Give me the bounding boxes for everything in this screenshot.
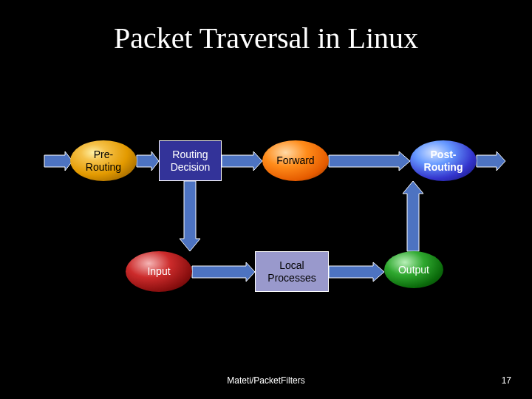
svg-marker-2 — [222, 151, 262, 171]
svg-marker-7 — [329, 262, 384, 282]
svg-marker-0 — [44, 151, 72, 171]
node-label: Output — [398, 264, 429, 276]
arrow-incoming — [44, 151, 72, 171]
node-input: Input — [126, 251, 192, 292]
arrow-fwd-to-post — [329, 151, 410, 171]
arrow-output-to-post — [403, 181, 423, 251]
node-label: RoutingDecision — [171, 149, 211, 172]
node-label: Pre-Routing — [86, 149, 121, 172]
arrow-input-to-local — [192, 262, 255, 282]
node-label: Post-Routing — [424, 149, 463, 172]
node-forward: Forward — [262, 140, 329, 181]
node-post-routing: Post-Routing — [410, 140, 477, 181]
page-number: 17 — [502, 375, 511, 386]
arrow-pre-to-rd — [137, 151, 159, 171]
node-label: LocalProcesses — [267, 259, 316, 283]
arrow-rd-to-fwd — [222, 151, 262, 171]
node-label: Input — [147, 265, 170, 277]
svg-marker-3 — [329, 151, 410, 171]
node-label: Forward — [276, 154, 314, 166]
svg-marker-5 — [180, 181, 200, 251]
flow-arrows — [0, 0, 532, 399]
arrow-local-to-output — [329, 262, 384, 282]
slide-title: Packet Traversal in Linux — [0, 21, 532, 55]
svg-marker-8 — [403, 181, 423, 251]
svg-marker-6 — [192, 262, 255, 282]
node-pre-routing: Pre-Routing — [70, 140, 137, 181]
arrow-outgoing — [477, 151, 505, 171]
node-output: Output — [384, 251, 443, 288]
svg-marker-1 — [137, 151, 159, 171]
footer-text: Mateti/PacketFilters — [0, 375, 532, 386]
node-routing-decision: RoutingDecision — [159, 140, 222, 181]
arrow-rd-to-input — [180, 181, 200, 251]
svg-marker-4 — [477, 151, 505, 171]
node-local-processes: LocalProcesses — [255, 251, 329, 292]
